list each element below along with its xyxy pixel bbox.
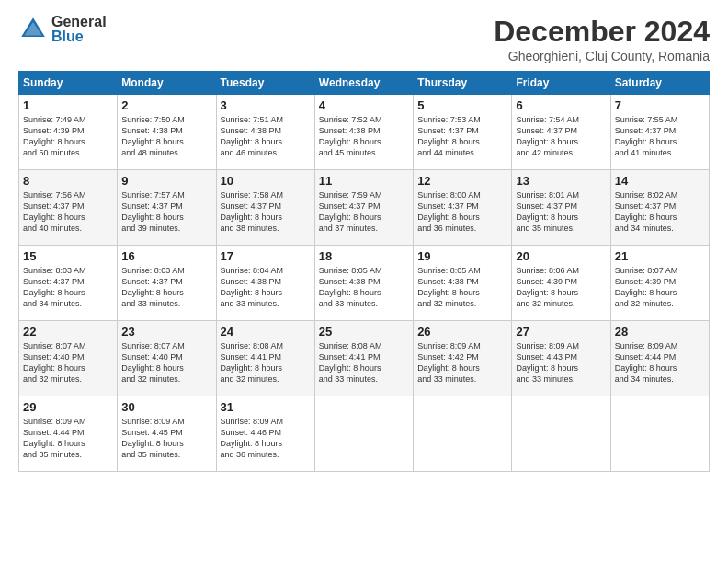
day-number: 19 xyxy=(417,249,507,263)
title-block: December 2024 Gheorghieni, Cluj County, … xyxy=(494,15,710,63)
day-number: 25 xyxy=(319,325,409,339)
calendar-cell: 1Sunrise: 7:49 AM Sunset: 4:39 PM Daylig… xyxy=(19,95,118,170)
day-info: Sunrise: 8:07 AM Sunset: 4:40 PM Dayligh… xyxy=(23,340,113,385)
day-number: 15 xyxy=(23,249,113,263)
calendar-cell: 16Sunrise: 8:03 AM Sunset: 4:37 PM Dayli… xyxy=(118,246,216,321)
day-info: Sunrise: 7:56 AM Sunset: 4:37 PM Dayligh… xyxy=(23,190,113,235)
header-cell-wednesday: Wednesday xyxy=(314,72,413,95)
location: Gheorghieni, Cluj County, Romania xyxy=(494,49,710,63)
day-number: 28 xyxy=(615,325,705,339)
day-info: Sunrise: 8:07 AM Sunset: 4:40 PM Dayligh… xyxy=(121,340,211,385)
calendar-body: 1Sunrise: 7:49 AM Sunset: 4:39 PM Daylig… xyxy=(19,95,710,472)
day-info: Sunrise: 8:07 AM Sunset: 4:39 PM Dayligh… xyxy=(615,265,705,310)
header-row: SundayMondayTuesdayWednesdayThursdayFrid… xyxy=(19,72,710,95)
logo-text: General Blue xyxy=(51,15,107,44)
calendar-cell: 20Sunrise: 8:06 AM Sunset: 4:39 PM Dayli… xyxy=(512,246,610,321)
day-info: Sunrise: 8:03 AM Sunset: 4:37 PM Dayligh… xyxy=(121,265,211,310)
header-cell-friday: Friday xyxy=(512,72,610,95)
day-info: Sunrise: 8:04 AM Sunset: 4:38 PM Dayligh… xyxy=(221,265,311,310)
day-number: 17 xyxy=(221,249,311,263)
calendar-cell: 19Sunrise: 8:05 AM Sunset: 4:38 PM Dayli… xyxy=(414,246,512,321)
day-info: Sunrise: 7:57 AM Sunset: 4:37 PM Dayligh… xyxy=(121,190,211,235)
day-info: Sunrise: 7:54 AM Sunset: 4:37 PM Dayligh… xyxy=(516,114,606,159)
day-number: 10 xyxy=(221,174,311,188)
calendar-row-4: 29Sunrise: 8:09 AM Sunset: 4:44 PM Dayli… xyxy=(19,396,710,472)
calendar-cell: 7Sunrise: 7:55 AM Sunset: 4:37 PM Daylig… xyxy=(610,95,709,170)
day-number: 22 xyxy=(23,325,113,339)
day-info: Sunrise: 8:09 AM Sunset: 4:45 PM Dayligh… xyxy=(121,416,211,461)
logo-icon xyxy=(18,15,48,44)
logo-general: General xyxy=(51,15,107,29)
calendar-row-3: 22Sunrise: 8:07 AM Sunset: 4:40 PM Dayli… xyxy=(19,321,710,396)
day-number: 5 xyxy=(417,98,507,112)
day-info: Sunrise: 8:09 AM Sunset: 4:44 PM Dayligh… xyxy=(615,340,705,385)
calendar-cell: 23Sunrise: 8:07 AM Sunset: 4:40 PM Dayli… xyxy=(118,321,216,396)
day-number: 26 xyxy=(417,325,507,339)
calendar-cell: 26Sunrise: 8:09 AM Sunset: 4:42 PM Dayli… xyxy=(414,321,512,396)
day-info: Sunrise: 7:49 AM Sunset: 4:39 PM Dayligh… xyxy=(23,114,113,159)
calendar-cell: 4Sunrise: 7:52 AM Sunset: 4:38 PM Daylig… xyxy=(314,95,413,170)
calendar-cell: 3Sunrise: 7:51 AM Sunset: 4:38 PM Daylig… xyxy=(216,95,314,170)
header-cell-saturday: Saturday xyxy=(610,72,709,95)
day-number: 16 xyxy=(121,249,211,263)
logo-blue: Blue xyxy=(51,29,107,44)
calendar-row-1: 8Sunrise: 7:56 AM Sunset: 4:37 PM Daylig… xyxy=(19,170,710,246)
day-number: 12 xyxy=(417,174,507,188)
day-number: 30 xyxy=(121,400,211,414)
day-number: 8 xyxy=(23,174,113,188)
calendar-cell: 2Sunrise: 7:50 AM Sunset: 4:38 PM Daylig… xyxy=(118,95,216,170)
day-info: Sunrise: 7:53 AM Sunset: 4:37 PM Dayligh… xyxy=(417,114,507,159)
day-number: 7 xyxy=(615,98,705,112)
day-info: Sunrise: 8:01 AM Sunset: 4:37 PM Dayligh… xyxy=(516,190,606,235)
day-info: Sunrise: 7:52 AM Sunset: 4:38 PM Dayligh… xyxy=(319,114,409,159)
day-number: 23 xyxy=(121,325,211,339)
header-cell-tuesday: Tuesday xyxy=(216,72,314,95)
header-cell-monday: Monday xyxy=(118,72,216,95)
day-number: 1 xyxy=(23,98,113,112)
day-number: 29 xyxy=(23,400,113,414)
calendar-cell xyxy=(314,396,413,472)
day-number: 3 xyxy=(221,98,311,112)
calendar-cell: 14Sunrise: 8:02 AM Sunset: 4:37 PM Dayli… xyxy=(610,170,709,246)
calendar-cell: 21Sunrise: 8:07 AM Sunset: 4:39 PM Dayli… xyxy=(610,246,709,321)
calendar-cell: 25Sunrise: 8:08 AM Sunset: 4:41 PM Dayli… xyxy=(314,321,413,396)
day-number: 6 xyxy=(516,98,606,112)
calendar-cell: 12Sunrise: 8:00 AM Sunset: 4:37 PM Dayli… xyxy=(414,170,512,246)
page: General Blue December 2024 Gheorghieni, … xyxy=(0,0,728,563)
day-info: Sunrise: 8:05 AM Sunset: 4:38 PM Dayligh… xyxy=(417,265,507,310)
calendar-cell xyxy=(512,396,610,472)
calendar-cell: 27Sunrise: 8:09 AM Sunset: 4:43 PM Dayli… xyxy=(512,321,610,396)
day-number: 27 xyxy=(516,325,606,339)
day-number: 4 xyxy=(319,98,409,112)
header-cell-sunday: Sunday xyxy=(19,72,118,95)
calendar-table: SundayMondayTuesdayWednesdayThursdayFrid… xyxy=(18,71,710,472)
day-info: Sunrise: 7:59 AM Sunset: 4:37 PM Dayligh… xyxy=(319,190,409,235)
day-number: 18 xyxy=(319,249,409,263)
calendar-cell: 11Sunrise: 7:59 AM Sunset: 4:37 PM Dayli… xyxy=(314,170,413,246)
day-info: Sunrise: 8:05 AM Sunset: 4:38 PM Dayligh… xyxy=(319,265,409,310)
day-info: Sunrise: 8:08 AM Sunset: 4:41 PM Dayligh… xyxy=(319,340,409,385)
day-info: Sunrise: 8:09 AM Sunset: 4:43 PM Dayligh… xyxy=(516,340,606,385)
calendar-cell: 24Sunrise: 8:08 AM Sunset: 4:41 PM Dayli… xyxy=(216,321,314,396)
day-info: Sunrise: 8:03 AM Sunset: 4:37 PM Dayligh… xyxy=(23,265,113,310)
calendar-cell: 15Sunrise: 8:03 AM Sunset: 4:37 PM Dayli… xyxy=(19,246,118,321)
day-number: 14 xyxy=(615,174,705,188)
calendar-cell: 17Sunrise: 8:04 AM Sunset: 4:38 PM Dayli… xyxy=(216,246,314,321)
day-number: 20 xyxy=(516,249,606,263)
calendar-cell: 13Sunrise: 8:01 AM Sunset: 4:37 PM Dayli… xyxy=(512,170,610,246)
day-number: 21 xyxy=(615,249,705,263)
day-info: Sunrise: 7:51 AM Sunset: 4:38 PM Dayligh… xyxy=(221,114,311,159)
day-info: Sunrise: 8:09 AM Sunset: 4:46 PM Dayligh… xyxy=(221,416,311,461)
logo: General Blue xyxy=(18,15,107,44)
calendar-cell: 22Sunrise: 8:07 AM Sunset: 4:40 PM Dayli… xyxy=(19,321,118,396)
day-info: Sunrise: 8:00 AM Sunset: 4:37 PM Dayligh… xyxy=(417,190,507,235)
day-number: 24 xyxy=(221,325,311,339)
calendar-cell: 8Sunrise: 7:56 AM Sunset: 4:37 PM Daylig… xyxy=(19,170,118,246)
day-info: Sunrise: 7:55 AM Sunset: 4:37 PM Dayligh… xyxy=(615,114,705,159)
calendar-cell: 29Sunrise: 8:09 AM Sunset: 4:44 PM Dayli… xyxy=(19,396,118,472)
calendar-cell: 5Sunrise: 7:53 AM Sunset: 4:37 PM Daylig… xyxy=(414,95,512,170)
calendar-cell: 28Sunrise: 8:09 AM Sunset: 4:44 PM Dayli… xyxy=(610,321,709,396)
day-info: Sunrise: 8:09 AM Sunset: 4:44 PM Dayligh… xyxy=(23,416,113,461)
calendar-cell: 9Sunrise: 7:57 AM Sunset: 4:37 PM Daylig… xyxy=(118,170,216,246)
calendar-header: SundayMondayTuesdayWednesdayThursdayFrid… xyxy=(19,72,710,95)
